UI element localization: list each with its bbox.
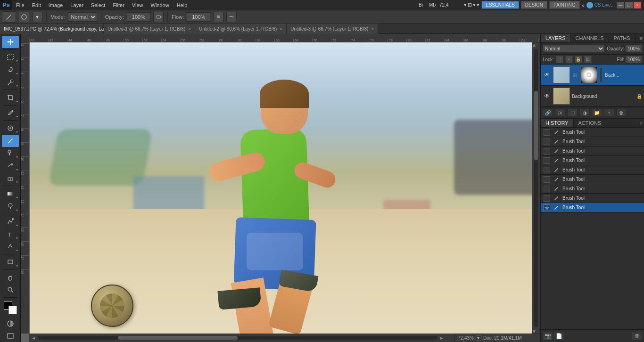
history-item-3[interactable]: Brush Tool — [541, 156, 644, 165]
brush-size-dropdown[interactable]: ▾ — [32, 12, 42, 22]
tool-healing[interactable]: ▸ — [2, 122, 19, 134]
tool-magic-wand[interactable]: ▸ — [2, 76, 19, 89]
tab-3[interactable]: Untitled-3 @ 66,7% (Layer 1, RGB/8) × — [287, 24, 378, 34]
tool-crop[interactable]: ▸ — [2, 91, 19, 104]
mini-bridge-btn[interactable]: Mb — [427, 2, 438, 8]
scroll-track-v[interactable] — [534, 49, 538, 327]
fx-mask-btn[interactable]: ⬚ — [567, 108, 578, 117]
flow-input[interactable] — [187, 12, 210, 22]
tool-hand[interactable] — [2, 271, 19, 284]
scroll-thumb-v[interactable] — [534, 91, 538, 161]
delete-history-btn[interactable]: 🗑 — [632, 331, 642, 341]
tab-close-1[interactable]: × — [188, 26, 191, 32]
tab-actions[interactable]: ACTIONS — [574, 119, 607, 127]
history-checkbox-8[interactable] — [544, 204, 550, 211]
brush-preset-btn[interactable] — [19, 12, 29, 22]
lock-position-btn[interactable]: + — [565, 56, 573, 63]
history-checkbox-0[interactable] — [544, 129, 550, 136]
tool-history-brush[interactable]: ▸ — [2, 160, 19, 172]
menu-view[interactable]: View — [128, 0, 147, 10]
scroll-right-btn[interactable]: ► — [439, 335, 444, 340]
menu-window[interactable]: Window — [147, 0, 173, 10]
opacity-input[interactable] — [127, 12, 150, 22]
menu-select[interactable]: Select — [87, 0, 109, 10]
workspace-essentials[interactable]: ESSENTIALS — [481, 1, 519, 9]
menu-edit[interactable]: Edit — [28, 0, 45, 10]
flow-airbrush-btn[interactable]: ≋ — [213, 12, 223, 22]
tool-dodge[interactable]: ▸ — [2, 200, 19, 212]
blend-mode-select[interactable]: Normal — [543, 44, 605, 53]
menu-layer[interactable]: Layer — [66, 0, 87, 10]
fx-adjustment-btn[interactable]: ◑ — [579, 108, 590, 117]
tool-gradient[interactable]: ▸ — [2, 187, 19, 200]
layer-eye-1[interactable]: 👁 — [543, 92, 551, 100]
history-checkbox-1[interactable] — [544, 138, 550, 145]
zoom-box[interactable]: 72,4 — [439, 2, 463, 8]
tool-zoom[interactable] — [2, 284, 19, 296]
history-checkbox-7[interactable] — [544, 195, 550, 202]
history-item-7[interactable]: Brush Tool — [541, 194, 644, 203]
tool-marquee[interactable]: ▸ — [2, 51, 19, 64]
history-item-5[interactable]: Brush Tool — [541, 175, 644, 184]
tool-move[interactable] — [2, 36, 19, 48]
opacity-airbrush-btn[interactable] — [153, 12, 164, 22]
history-checkbox-5[interactable] — [544, 176, 550, 183]
history-checkbox-3[interactable] — [544, 157, 550, 164]
history-item-6[interactable]: Brush Tool — [541, 184, 644, 194]
tool-pen[interactable]: ▸ — [2, 215, 19, 228]
history-item-2[interactable]: Brush Tool — [541, 147, 644, 156]
background-color[interactable] — [8, 306, 17, 314]
history-item-4[interactable]: Brush Tool — [541, 165, 644, 175]
more-workspaces-btn[interactable]: » — [582, 2, 585, 8]
tab-close-3[interactable]: × — [371, 26, 374, 32]
tool-type[interactable]: T ▸ — [2, 228, 19, 240]
view-mode-btn2[interactable]: ▾ — [473, 2, 476, 8]
lock-all-btn[interactable]: 🔒 — [575, 56, 582, 63]
create-snapshot-btn[interactable]: 📷 — [543, 331, 553, 341]
tab-0[interactable]: IMG_0537.JPG @ 72,4% (Background copy, L… — [0, 24, 104, 34]
fx-new-layer-btn[interactable]: + — [604, 108, 614, 117]
tool-screen-mode[interactable] — [2, 330, 19, 342]
tool-path-select[interactable]: ▸ — [2, 241, 19, 253]
panel-menu-btn[interactable]: ≡ — [638, 34, 644, 42]
fx-folder-btn[interactable]: 📁 — [592, 108, 602, 117]
history-item-8[interactable]: Brush Tool — [541, 203, 644, 212]
bridge-btn[interactable]: Br — [417, 2, 425, 8]
tool-brush[interactable]: ▸ — [2, 135, 19, 147]
scroll-up-btn[interactable]: ▲ — [532, 42, 537, 47]
menu-filter[interactable]: Filter — [109, 0, 128, 10]
pressure-btn[interactable]: 〜 — [226, 12, 237, 22]
tab-1[interactable]: Untitled-1 @ 66,7% (Layer 1, RGB/8) × — [104, 24, 195, 34]
history-checkbox-6[interactable] — [544, 186, 550, 192]
layer-item-1[interactable]: 👁 Background 🔒 — [541, 86, 644, 107]
view-mode-btn[interactable]: ⊞ — [468, 2, 472, 8]
tool-eyedropper[interactable]: ▸ — [2, 107, 19, 119]
tab-history[interactable]: HISTORY — [541, 119, 574, 127]
layer-eye-0[interactable]: 👁 — [543, 71, 551, 79]
tab-paths[interactable]: PATHS — [609, 34, 636, 42]
opacity-value[interactable] — [625, 44, 642, 53]
scrollbar-vertical[interactable]: ▲ ▼ — [532, 42, 540, 334]
scroll-thumb-h[interactable] — [118, 336, 238, 340]
tab-channels[interactable]: CHANNELS — [571, 34, 609, 42]
scroll-left-btn[interactable]: ◄ — [31, 335, 36, 340]
workspace-design[interactable]: DESIGN — [521, 1, 547, 9]
scroll-track-h[interactable] — [38, 336, 438, 340]
arrange-btn[interactable]: ▾ — [477, 2, 479, 8]
history-item-0[interactable]: Brush Tool — [541, 128, 644, 137]
close-btn[interactable]: × — [634, 2, 641, 8]
history-checkbox-2[interactable] — [544, 148, 550, 155]
brush-tool-icon[interactable] — [2, 11, 16, 23]
fx-effects-btn[interactable]: fx — [555, 108, 565, 117]
history-panel-menu-btn[interactable]: ≡ — [638, 119, 644, 127]
tool-stamp[interactable]: ▸ — [2, 147, 19, 160]
scrollbar-horizontal[interactable]: ◄ ► 72,43% ▾ Doc: 20,1M/41,1M ► — [29, 334, 540, 342]
tab-2[interactable]: Untitled-2 @ 60,6% (Layer 1, RGB/8) × — [195, 24, 287, 34]
menu-file[interactable]: File — [12, 0, 28, 10]
create-new-doc-btn[interactable]: 📄 — [554, 331, 564, 341]
fill-value[interactable] — [625, 56, 642, 63]
mode-select[interactable]: Normal — [68, 12, 97, 22]
tool-eraser[interactable]: ▸ — [2, 172, 19, 185]
maximize-btn[interactable]: □ — [625, 2, 633, 8]
lock-pixels-btn[interactable]: ⬚ — [556, 56, 563, 63]
